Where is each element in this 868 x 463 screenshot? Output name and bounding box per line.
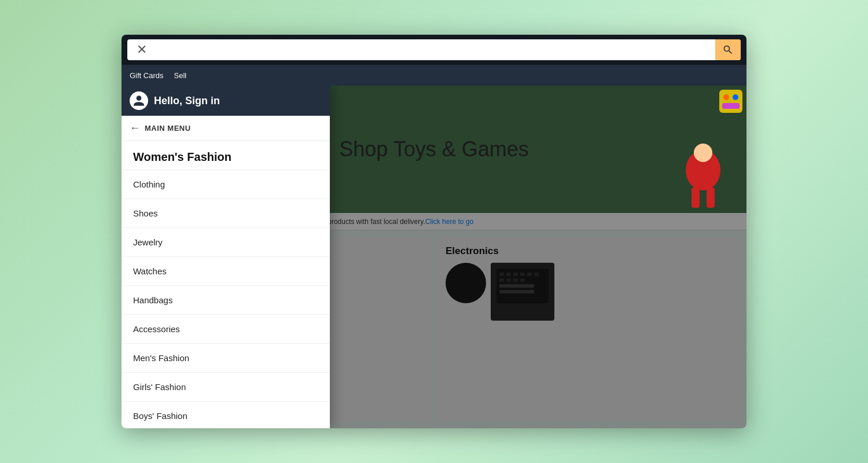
hero-figure-red [674,141,732,211]
sidebar-header: Hello, Sign in [122,86,330,116]
browser-window: ✕ Gift Cards Sell [122,35,746,428]
nav-gift-cards[interactable]: Gift Cards [130,71,164,80]
sidebar-section-title: Women's Fashion [122,141,330,170]
search-button[interactable] [715,39,741,60]
nav-sell[interactable]: Sell [174,71,187,80]
sidebar-item-handbags[interactable]: Handbags [122,286,330,315]
svg-point-13 [733,94,738,100]
hello-sign-in[interactable]: Hello, Sign in [154,95,220,107]
toy-figure [716,87,745,116]
sidebar-item-mens-fashion[interactable]: Men's Fashion [122,344,330,373]
search-bar[interactable]: ✕ [127,39,741,60]
sidebar-item-jewelry[interactable]: Jewelry [122,228,330,257]
sidebar-item-label-watches: Watches [133,266,167,276]
sidebar-item-label-girls: Girls' Fashion [133,382,186,392]
svg-rect-14 [722,103,740,109]
sidebar-nav-row: ← MAIN MENU [122,116,330,141]
svg-rect-10 [707,188,715,208]
main-content: Shop Toys & Games [122,86,746,428]
sidebar-item-label-accessories: Accessories [133,324,180,334]
sidebar-item-watches[interactable]: Watches [122,257,330,286]
sidebar-item-label-clothing: Clothing [133,179,165,189]
sidebar-panel: Hello, Sign in ← MAIN MENU Women's Fashi… [122,86,330,428]
sidebar-item-girls-fashion[interactable]: Girls' Fashion [122,373,330,402]
amazon-nav: Gift Cards Sell [122,65,746,86]
sidebar-item-label-handbags: Handbags [133,295,172,305]
sidebar-item-label-boys: Boys' Fashion [133,411,187,421]
svg-point-8 [694,144,712,162]
main-menu-label: MAIN MENU [145,124,191,133]
sidebar-item-boys-fashion[interactable]: Boys' Fashion [122,402,330,428]
sidebar-item-shoes[interactable]: Shoes [122,199,330,228]
search-icon [722,44,734,56]
sidebar-item-accessories[interactable]: Accessories [122,315,330,344]
svg-rect-11 [719,90,742,113]
sidebar-menu: Clothing Shoes Jewelry Watches Handbags … [122,170,330,428]
amazon-header: ✕ [122,35,746,65]
sidebar-item-clothing[interactable]: Clothing [122,170,330,199]
back-arrow-icon[interactable]: ← [130,122,140,134]
sidebar-item-label-shoes: Shoes [133,208,158,218]
svg-rect-9 [692,188,700,208]
person-icon [133,94,145,107]
hero-title: Shop Toys & Games [339,137,529,161]
close-icon[interactable]: ✕ [133,42,150,57]
account-icon [130,91,148,110]
svg-point-12 [723,94,729,100]
sidebar-item-label-jewelry: Jewelry [133,237,163,247]
sidebar-item-label-mens: Men's Fashion [133,353,189,363]
